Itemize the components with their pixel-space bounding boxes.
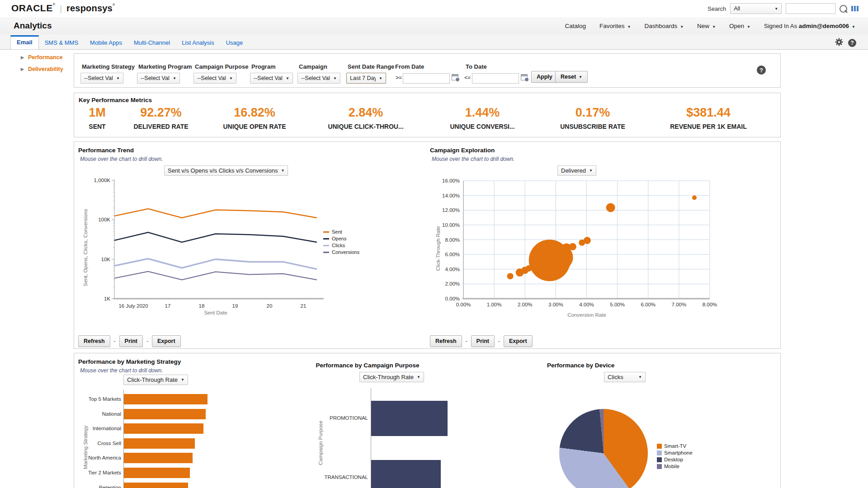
bar-row-north-america[interactable]: North America <box>85 453 193 463</box>
filter-panel: >= From Date <= To Date Apply Reset▼ ? M… <box>74 53 781 88</box>
calendar-icon[interactable] <box>452 74 458 80</box>
columns-icon[interactable] <box>851 6 859 11</box>
print-button[interactable]: Print <box>119 335 143 347</box>
nav-item-open[interactable]: Open▼ <box>729 23 750 29</box>
from-date-operator: >= <box>396 75 402 81</box>
tab-multi-channel[interactable]: Multi-Channel <box>128 36 176 49</box>
filter-label-5: Sent Date Range <box>348 63 394 70</box>
filter-select-campaign-purpose[interactable]: --Select Valu▼ <box>193 73 236 84</box>
legend-item-smart-tv: Smart-TV <box>657 443 693 449</box>
exploration-metric-select[interactable]: Delivered▼ <box>557 165 596 176</box>
device-metric-select[interactable]: Clicks▼ <box>604 372 646 382</box>
bar-row-tier-2-markets[interactable]: Tier 2 Markets <box>85 468 190 478</box>
trend-x-axis-label: Sent Date <box>170 310 261 315</box>
bar-row-national[interactable]: National <box>85 409 206 419</box>
chevron-down-icon: ▼ <box>852 25 855 29</box>
filter-select-sent-date-range[interactable]: Last 7 Days▼ <box>346 73 386 84</box>
chevron-down-icon: ▼ <box>680 25 684 29</box>
legend-swatch <box>323 245 329 246</box>
legend-item-desktop: Desktop <box>657 457 693 462</box>
bar-row-retention[interactable]: Retention <box>85 483 188 488</box>
brand-divider: | <box>60 4 62 14</box>
print-button[interactable]: Print <box>471 335 495 347</box>
action-separator: - <box>466 338 467 344</box>
filter-select-campaign[interactable]: --Select Valu▼ <box>297 73 340 84</box>
exploration-actions: Refresh-Print-Export <box>430 335 533 347</box>
search-scope-select[interactable]: All▼ <box>730 3 782 14</box>
bar-row-cross-sell[interactable]: Cross Sell <box>85 438 195 449</box>
trend-metric-select[interactable]: Sent v/s Opens v/s Clicks v/s Conversion… <box>164 165 288 176</box>
calendar-icon[interactable] <box>521 74 528 80</box>
device-pie-chart[interactable] <box>559 409 648 488</box>
tab-sms-mms[interactable]: SMS & MMS <box>39 36 84 49</box>
legend-swatch <box>323 231 329 233</box>
bar-transactional[interactable] <box>371 460 441 488</box>
purpose-metric-select[interactable]: Click-Through Rate▼ <box>359 372 424 382</box>
expand-arrow-icon[interactable]: ▶ <box>21 67 24 71</box>
bar-category-label: North America <box>85 455 121 461</box>
filter-select-marketing-program[interactable]: --Select Valu▼ <box>137 73 180 84</box>
search-input[interactable] <box>786 3 835 14</box>
tab-bar: EmailSMS & MMSMobile AppsMulti-ChannelLi… <box>0 34 868 50</box>
svg-text:10K: 10K <box>101 257 111 262</box>
tab-mobile-apps[interactable]: Mobile Apps <box>84 36 128 49</box>
to-date-input[interactable] <box>472 73 519 84</box>
svg-text:6.00%: 6.00% <box>445 252 460 257</box>
chevron-down-icon: ▼ <box>712 25 716 29</box>
chevron-down-icon: ▼ <box>333 76 337 80</box>
filter-label-2: Campaign Purpose <box>195 63 248 70</box>
nav-item-favorites[interactable]: Favorites▼ <box>599 23 631 29</box>
signed-in-as[interactable]: Signed In As admin@demo006▼ <box>764 23 855 29</box>
legend-label: Desktop <box>664 457 683 462</box>
legend-swatch <box>323 238 329 239</box>
export-button[interactable]: Export <box>152 335 181 347</box>
filter-select-program[interactable]: --Select Valu▼ <box>250 73 293 84</box>
tab-email[interactable]: Email <box>10 35 39 49</box>
legend-label: Sent <box>332 229 342 235</box>
purpose-y-axis-label: Campaign Purpose <box>318 375 323 488</box>
tab-list-analysis[interactable]: List Analysis <box>176 36 220 49</box>
apply-button[interactable]: Apply <box>531 71 558 83</box>
svg-text:14.00%: 14.00% <box>442 193 460 198</box>
reset-button[interactable]: Reset▼ <box>555 71 588 83</box>
svg-text:1,000K: 1,000K <box>94 178 111 183</box>
bar <box>124 438 195 449</box>
campaign-exploration-chart[interactable]: 0.00%2.00%4.00%6.00%8.00%10.00%12.00%14.… <box>425 178 724 311</box>
refresh-button[interactable]: Refresh <box>430 335 462 347</box>
svg-text:1K: 1K <box>104 296 110 301</box>
search-icon[interactable] <box>840 5 847 13</box>
analytics-dashboard: ORACLE® | responsys® Search All▼ Analyti… <box>0 0 868 488</box>
sidebar-item-performance[interactable]: ▶ Performance <box>21 54 62 61</box>
filter-select-value: Last 7 Days <box>350 75 376 81</box>
from-date-input[interactable] <box>403 73 450 84</box>
filter-select-marketing-strategy[interactable]: --Select Valu▼ <box>80 73 123 84</box>
sidebar-item-deliverability[interactable]: ▶ Deliverability <box>21 66 63 72</box>
nav-item-dashboards[interactable]: Dashboards▼ <box>644 23 684 29</box>
expand-arrow-icon[interactable]: ▶ <box>21 55 24 60</box>
gear-icon[interactable] <box>835 38 843 48</box>
legend-swatch <box>657 464 662 469</box>
nav-item-new[interactable]: New▼ <box>697 23 716 29</box>
svg-text:19: 19 <box>232 303 238 309</box>
performance-trend-chart[interactable]: 1K10K100K1,000K16 July 20201718192021 <box>82 176 362 316</box>
svg-text:4.00%: 4.00% <box>579 302 594 307</box>
help-icon[interactable]: ? <box>848 39 856 47</box>
legend-swatch <box>657 444 662 449</box>
bar-row-top-5-markets[interactable]: Top 5 Markets <box>85 394 208 404</box>
nav-item-catalog[interactable]: Catalog <box>565 23 586 29</box>
kpi-unique-conversi-: 1.44%UNIQUE CONVERSI... <box>450 106 514 130</box>
global-nav: CatalogFavorites▼Dashboards▼New▼Open▼Sig… <box>565 17 855 34</box>
refresh-button[interactable]: Refresh <box>78 335 110 347</box>
bar-category-label: PROMOTIONAL <box>300 415 368 421</box>
filter-label-1: Marketing Program <box>138 63 192 70</box>
chevron-down-icon: ▼ <box>173 76 176 80</box>
tab-usage[interactable]: Usage <box>220 36 249 49</box>
export-button[interactable]: Export <box>504 335 533 347</box>
bar-row-international[interactable]: International <box>85 423 203 434</box>
bottom-charts-panel: Performance by Marketing Strategy Mouse … <box>74 353 781 488</box>
kpi-value: 1.44% <box>450 106 514 119</box>
kpi-label: UNSUBSCRIBE RATE <box>560 123 625 130</box>
bar-promotional[interactable] <box>371 401 448 436</box>
help-icon[interactable]: ? <box>757 66 766 75</box>
strategy-metric-select[interactable]: Click-Through Rate▼ <box>123 375 188 385</box>
